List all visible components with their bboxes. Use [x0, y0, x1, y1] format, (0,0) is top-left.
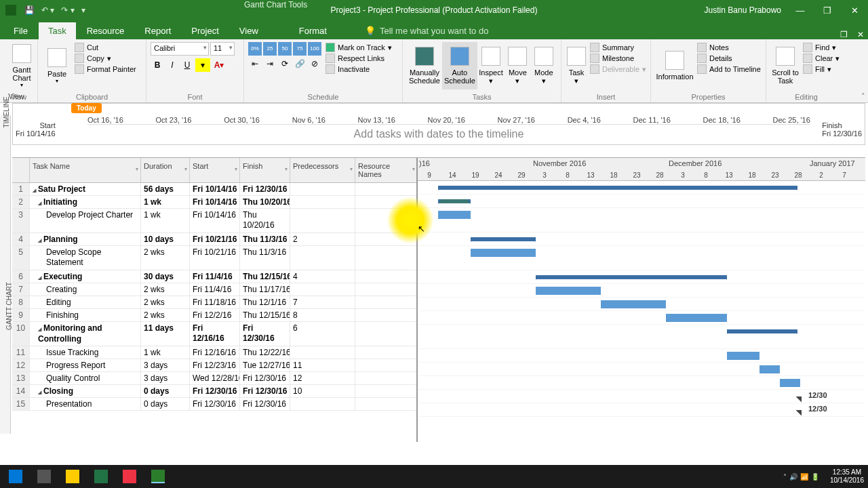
respect-links-button[interactable]: Respect Links: [326, 53, 392, 64]
manual-schedule-button[interactable]: Manually Schedule: [407, 42, 442, 89]
table-row[interactable]: 6Executing30 daysFri 11/4/16Thu 12/15/16…: [12, 270, 416, 283]
timeline-panel[interactable]: Today StartFri 10/14/16 FinishFri 12/30/…: [12, 103, 865, 145]
table-row[interactable]: 3Develop Project Charter1 wkFri 10/14/16…: [12, 209, 416, 233]
indent-button[interactable]: ⇥: [263, 57, 277, 70]
task-insert-button[interactable]: Task▾: [566, 42, 587, 89]
table-row[interactable]: 2Initiating1 wkFri 10/14/16Thu 10/20/16: [12, 196, 416, 209]
gantt-chart-button[interactable]: Gantt Chart▾: [4, 42, 39, 89]
gantt-chart[interactable]: )16 November 2016 December 2016 January …: [418, 158, 865, 442]
task-grid[interactable]: Task Name Duration Start Finish Predeces…: [12, 158, 418, 442]
format-painter-button[interactable]: Format Painter: [75, 64, 136, 75]
start-button[interactable]: [3, 467, 28, 486]
font-color-button[interactable]: A▾: [212, 58, 226, 72]
col-predecessors[interactable]: Predecessors: [290, 158, 355, 182]
unlink-button[interactable]: ⊘: [308, 57, 321, 70]
qat-redo-icon[interactable]: ↷ ▾: [61, 5, 74, 15]
tab-view[interactable]: View: [230, 22, 268, 39]
table-row[interactable]: 5Develop Scope Statement2 wksFri 10/21/1…: [12, 246, 416, 270]
update-button[interactable]: ⟳: [278, 57, 292, 70]
table-row[interactable]: 8Editing2 wksFri 11/18/16Thu 12/1/167: [12, 296, 416, 309]
move-label: Move: [509, 68, 527, 77]
column-headers[interactable]: Task Name Duration Start Finish Predeces…: [12, 158, 416, 183]
table-row[interactable]: 12Progress Report3 daysFri 12/23/16Tue 1…: [12, 359, 416, 372]
windows-taskbar[interactable]: ˄🔊📶🔋 12:35 AM10/14/2016: [0, 465, 868, 488]
qat-save-icon[interactable]: 💾: [24, 5, 35, 15]
link-button[interactable]: 🔗: [293, 57, 307, 70]
tab-resource[interactable]: Resource: [77, 22, 134, 39]
col-start[interactable]: Start: [190, 158, 240, 182]
col-taskname[interactable]: Task Name: [30, 158, 141, 182]
qat-undo-icon[interactable]: ↶ ▾: [41, 5, 54, 15]
find-icon: [803, 43, 812, 52]
mode-button[interactable]: Mode▾: [531, 42, 557, 89]
task-insert-label: Task: [569, 68, 585, 77]
view-sidebar[interactable]: TIMELINE GANTT CHART: [0, 115, 11, 434]
highlight-button[interactable]: ▾: [195, 58, 210, 72]
clock[interactable]: 12:35 AM10/14/2016: [830, 468, 864, 485]
font-name-combo[interactable]: Calibri: [151, 42, 209, 56]
copy-button[interactable]: Copy ▾: [75, 53, 136, 64]
collapse-ribbon-icon[interactable]: ˄: [861, 92, 865, 101]
file-explorer-button[interactable]: [60, 467, 85, 486]
inspect-button[interactable]: Inspect▾: [477, 42, 505, 89]
find-button[interactable]: Find ▾: [803, 42, 840, 53]
font-size-combo[interactable]: 11: [210, 42, 235, 56]
minimize-button[interactable]: —: [792, 5, 808, 16]
ribbon-restore-icon[interactable]: ❐: [840, 30, 848, 39]
tab-file[interactable]: File: [4, 22, 37, 39]
col-duration[interactable]: Duration: [141, 158, 190, 182]
project-button[interactable]: [145, 467, 171, 486]
excel-button[interactable]: [88, 467, 114, 486]
table-row[interactable]: 10Monitoring and Controlling11 daysFri 1…: [12, 322, 416, 346]
taskview-button[interactable]: [31, 467, 57, 486]
inactivate-button[interactable]: Inactivate: [326, 64, 392, 75]
pct-25-button[interactable]: 25: [263, 42, 277, 56]
tab-task[interactable]: Task: [39, 22, 76, 39]
paste-button[interactable]: Paste▾: [42, 42, 72, 89]
ribbon-close-icon[interactable]: ✕: [857, 30, 864, 39]
maximize-button[interactable]: ❐: [819, 5, 835, 16]
fill-button[interactable]: Fill▾: [803, 64, 840, 75]
pct-100-button[interactable]: 100: [308, 42, 321, 56]
col-resources[interactable]: Resource Names: [355, 158, 418, 182]
qat-more-icon[interactable]: ▾: [81, 5, 85, 15]
chrome-button[interactable]: [117, 467, 142, 486]
main-area: Task Name Duration Start Finish Predeces…: [12, 157, 865, 442]
bold-button[interactable]: B: [151, 58, 164, 72]
gantt-timescale[interactable]: )16 November 2016 December 2016 January …: [418, 158, 865, 181]
col-finish[interactable]: Finish: [240, 158, 290, 182]
cut-button[interactable]: Cut: [75, 42, 136, 53]
table-row[interactable]: 15Presentation0 daysFri 12/30/16Fri 12/3…: [12, 398, 416, 411]
underline-button[interactable]: U: [180, 58, 194, 72]
details-button[interactable]: Details: [697, 53, 761, 64]
italic-button[interactable]: I: [165, 58, 179, 72]
table-row[interactable]: 13Quality Control3 daysWed 12/28/16Fri 1…: [12, 372, 416, 385]
tab-report[interactable]: Report: [135, 22, 180, 39]
table-row[interactable]: 1Satu Project56 daysFri 10/14/16Fri 12/3…: [12, 183, 416, 196]
deliverable-button[interactable]: Deliverable▾: [590, 64, 646, 75]
pct-50-button[interactable]: 50: [278, 42, 292, 56]
close-button[interactable]: ✕: [846, 5, 863, 16]
tab-project[interactable]: Project: [182, 22, 228, 39]
mark-on-track-button[interactable]: Mark on Track ▾: [326, 42, 392, 53]
outdent-button[interactable]: ⇤: [248, 57, 262, 70]
auto-schedule-button[interactable]: Auto Schedule: [442, 42, 477, 89]
milestone-button[interactable]: Milestone: [590, 53, 646, 64]
notes-button[interactable]: Notes: [697, 42, 761, 53]
table-row[interactable]: 11Issue Tracking1 wkFri 12/16/16Thu 12/2…: [12, 346, 416, 359]
table-row[interactable]: 14Closing0 daysFri 12/30/16Fri 12/30/161…: [12, 385, 416, 398]
tell-me-search[interactable]: 💡Tell me what you want to do: [365, 26, 488, 39]
table-row[interactable]: 9Finishing2 wksFri 12/2/16Thu 12/15/168: [12, 309, 416, 322]
information-button[interactable]: Information: [655, 42, 694, 89]
system-tray[interactable]: ˄🔊📶🔋: [783, 473, 819, 481]
summary-button[interactable]: Summary: [590, 42, 646, 53]
table-row[interactable]: 4Planning10 daysFri 10/21/16Thu 11/3/162: [12, 233, 416, 246]
pct-0-button[interactable]: 0%: [248, 42, 262, 56]
move-button[interactable]: Move▾: [505, 42, 530, 89]
add-timeline-button[interactable]: Add to Timeline: [697, 64, 761, 75]
scroll-to-task-button[interactable]: Scroll to Task: [770, 42, 800, 89]
pct-75-button[interactable]: 75: [293, 42, 307, 56]
clear-button[interactable]: Clear▾: [803, 53, 840, 64]
tab-format[interactable]: Format: [290, 22, 336, 39]
table-row[interactable]: 7Creating2 wksFri 11/4/16Thu 11/17/16: [12, 283, 416, 296]
